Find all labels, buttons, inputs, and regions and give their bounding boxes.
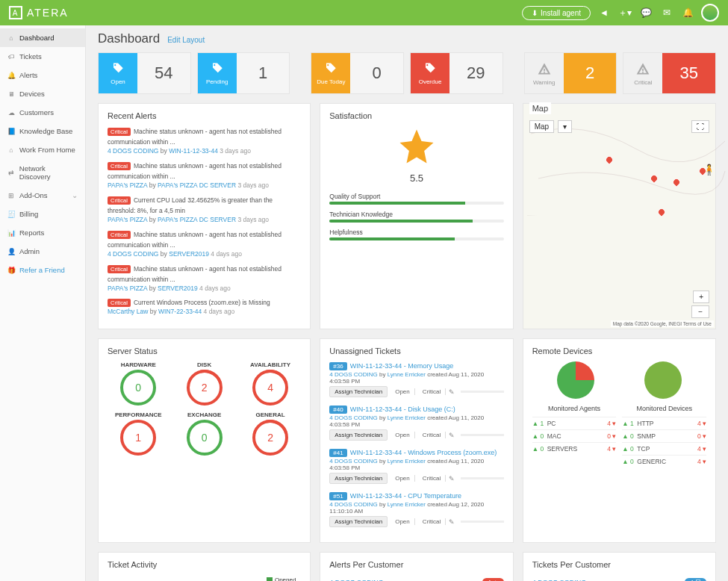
server-status-disk[interactable]: DISK2	[173, 361, 234, 407]
status-ring: 4	[252, 370, 288, 406]
ticket-id-badge[interactable]: #36	[329, 362, 346, 370]
satisfaction-score: 5.5	[329, 173, 503, 184]
device-row[interactable]: ▲ 0SERVERS4 ▾	[532, 442, 617, 455]
agents-pie-chart	[557, 361, 594, 399]
assign-technician-button[interactable]: Assign Technician	[329, 473, 388, 484]
kpi-critical[interactable]: Critical35	[623, 52, 716, 94]
kpi-due-today[interactable]: Due Today0	[311, 52, 404, 94]
avatar[interactable]	[701, 4, 719, 22]
nav-icon: ⌂	[7, 146, 15, 154]
card-title: Server Status	[108, 347, 301, 355]
sidebar-item-add-ons[interactable]: ⊞Add-Ons⌄	[0, 186, 85, 205]
nav-icon: 🎁	[7, 267, 15, 274]
server-status-hardware[interactable]: HARDWARE0	[108, 361, 169, 407]
alert-row[interactable]: CriticalMachine status unknown - agent h…	[108, 126, 301, 156]
alert-row[interactable]: CriticalMachine status unknown - agent h…	[108, 264, 301, 293]
chat-icon[interactable]: 💬	[638, 5, 653, 20]
sidebar-item-dashboard[interactable]: ⌂Dashboard	[0, 28, 85, 47]
satisfaction-metric: Helpfulness	[329, 229, 503, 240]
sidebar-item-billing[interactable]: 🧾Billing	[0, 205, 85, 223]
kpi-overdue[interactable]: Overdue29	[410, 52, 503, 94]
sidebar-item-tickets[interactable]: 🏷Tickets	[0, 47, 85, 66]
zoom-out-button[interactable]: −	[691, 305, 709, 318]
edit-icon[interactable]: ✎	[449, 475, 455, 482]
down-arrow-icon: 4 ▾	[688, 458, 706, 465]
sidebar-item-reports[interactable]: 📊Reports	[0, 223, 85, 242]
ticket-link[interactable]: WIN-11-12-33-44 - Memory Usage	[350, 362, 454, 370]
assign-technician-button[interactable]: Assign Technician	[329, 386, 388, 397]
device-row[interactable]: ▲ 0GENERIC4 ▾	[622, 455, 706, 467]
server-status-performance[interactable]: PERFORMANCE1	[108, 411, 169, 457]
map-dropdown-icon[interactable]: ▾	[558, 120, 572, 133]
kpi-pending[interactable]: Pending1	[197, 52, 290, 94]
ticket-id-badge[interactable]: #41	[329, 449, 346, 457]
add-icon[interactable]: ＋▾	[617, 5, 632, 20]
ticket-link[interactable]: WIN-11-12-33-44 - Windows Process (zoom.…	[350, 449, 497, 456]
alert-row[interactable]: CriticalMachine status unknown - agent h…	[108, 229, 301, 259]
severity-badge: Critical	[108, 265, 131, 273]
nav-icon: 📘	[7, 128, 15, 135]
ticket-item: #40WIN-11-12-33-44 - Disk Usage (C:) 4 D…	[329, 405, 503, 441]
status-ring: 0	[120, 370, 156, 406]
brand-logo[interactable]: A ATERA	[9, 6, 69, 19]
device-row[interactable]: ▲ 1HTTP4 ▾	[622, 417, 706, 429]
sidebar-item-refer-a-friend[interactable]: 🎁Refer a Friend	[0, 261, 85, 279]
sidebar-item-knowledge-base[interactable]: 📘Knowledge Base	[0, 122, 85, 140]
map-attribution: Map data ©2020 Google, INEGI Terms of Us…	[611, 320, 714, 327]
ticket-link[interactable]: WIN-11-12-33-44 - Disk Usage (C:)	[350, 406, 455, 413]
kpi-open[interactable]: Open54	[98, 52, 191, 94]
map-card[interactable]: Map Map ▾ ⛶ + − 🧍 Map data ©2020 Google,…	[523, 103, 716, 329]
kpi-value: 35	[662, 53, 715, 93]
fullscreen-icon[interactable]: ⛶	[691, 120, 709, 133]
page-title: Dashboard	[98, 31, 160, 46]
brand-name: ATERA	[27, 7, 69, 19]
server-status-card: Server Status HARDWARE0DISK2AVAILABILITY…	[98, 338, 311, 543]
sidebar-item-network-discovery[interactable]: ⇄Network Discovery	[0, 159, 85, 186]
server-status-availability[interactable]: AVAILABILITY4	[240, 361, 301, 407]
bell-icon[interactable]: 🔔	[680, 5, 695, 20]
up-arrow-icon: ▲ 0	[622, 445, 637, 453]
sidebar-item-admin[interactable]: 👤Admin	[0, 242, 85, 261]
ticket-id-badge[interactable]: #40	[329, 406, 346, 414]
ticket-link[interactable]: WIN-11-12-33-44 - CPU Temperature	[350, 492, 461, 500]
device-row[interactable]: ▲ 1PC4 ▾	[532, 417, 617, 429]
device-row[interactable]: ▲ 0SNMP0 ▾	[622, 429, 706, 442]
card-title: Remote Devices	[532, 347, 706, 355]
sidebar-item-customers[interactable]: ☁Customers	[0, 103, 85, 122]
download-icon: ⬇	[532, 9, 538, 17]
up-arrow-icon: ▲ 0	[622, 432, 637, 440]
kpi-value: 2	[564, 53, 617, 93]
customer-row[interactable]: 4 DOGS CODING4 🗨	[532, 575, 706, 581]
server-status-exchange[interactable]: EXCHANGE0	[173, 411, 234, 457]
pegman-icon[interactable]: 🧍	[703, 164, 715, 175]
edit-layout-link[interactable]: Edit Layout	[167, 36, 205, 44]
status-ring: 1	[120, 420, 156, 456]
kpi-warning[interactable]: Warning2	[524, 52, 617, 94]
sidebar-item-alerts[interactable]: 🔔Alerts	[0, 66, 85, 84]
sidebar-item-work-from-home[interactable]: ⌂Work From Home	[0, 140, 85, 159]
alert-row[interactable]: CriticalCurrent CPU Load 32.45625% is gr…	[108, 195, 301, 225]
edit-icon[interactable]: ✎	[449, 518, 455, 526]
device-row[interactable]: ▲ 0TCP4 ▾	[622, 442, 706, 455]
remote-devices-card: Remote Devices Monitored Agents ▲ 1PC4 ▾…	[523, 338, 716, 543]
zoom-in-button[interactable]: +	[693, 290, 709, 303]
ticket-item: #41WIN-11-12-33-44 - Windows Process (zo…	[329, 448, 503, 484]
edit-icon[interactable]: ✎	[449, 388, 455, 396]
server-status-general[interactable]: GENERAL2	[240, 411, 301, 457]
assign-technician-button[interactable]: Assign Technician	[329, 429, 388, 441]
install-agent-button[interactable]: ⬇ Install agent	[522, 6, 591, 20]
alert-row[interactable]: CriticalCurrent Windows Process (zoom.ex…	[108, 297, 301, 317]
alert-row[interactable]: CriticalMachine status unknown - agent h…	[108, 161, 301, 190]
edit-icon[interactable]: ✎	[449, 432, 455, 439]
assign-technician-button[interactable]: Assign Technician	[329, 516, 388, 527]
announce-icon[interactable]: ◄	[597, 5, 612, 20]
nav-icon: ⇄	[7, 169, 15, 176]
map-type-button[interactable]: Map	[529, 120, 554, 133]
ticket-id-badge[interactable]: #51	[329, 492, 346, 500]
mail-icon[interactable]: ✉	[659, 5, 674, 20]
down-arrow-icon: 4 ▾	[598, 445, 616, 453]
device-row[interactable]: ▲ 0MAC0 ▾	[532, 429, 617, 442]
svg-rect-0	[544, 69, 545, 71]
customer-row[interactable]: 4 DOGS CODING4 ▲	[329, 575, 503, 581]
sidebar-item-devices[interactable]: 🖥Devices	[0, 84, 85, 103]
